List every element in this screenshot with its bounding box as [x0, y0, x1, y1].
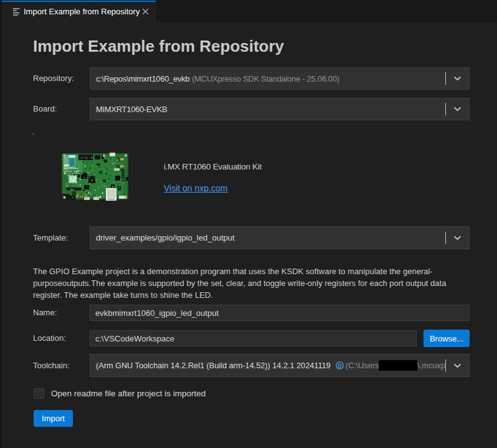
svg-text:D: D [338, 363, 341, 369]
